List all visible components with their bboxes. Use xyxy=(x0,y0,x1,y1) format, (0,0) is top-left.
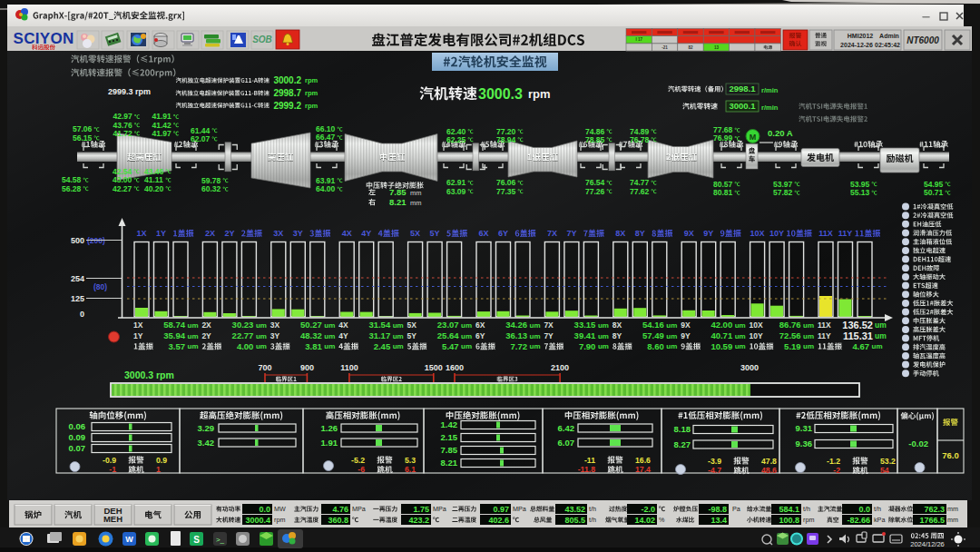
svg-text:43.52: 43.52 xyxy=(564,505,585,514)
svg-text:805.5: 805.5 xyxy=(564,516,585,525)
svg-text:-82.66: -82.66 xyxy=(847,516,870,525)
svg-text:MW: MW xyxy=(274,505,286,513)
svg-text:t/h: t/h xyxy=(874,505,881,513)
svg-text:4.76: 4.76 xyxy=(332,505,348,514)
svg-text:t/h: t/h xyxy=(803,505,810,513)
svg-text:1.75: 1.75 xyxy=(413,505,429,514)
svg-text:mm: mm xyxy=(947,516,958,524)
svg-text:360.8: 360.8 xyxy=(328,516,348,525)
svg-text:13.4: 13.4 xyxy=(710,516,727,525)
svg-text:rpm: rpm xyxy=(803,516,814,524)
svg-text:W: W xyxy=(125,535,133,544)
svg-text:762.3: 762.3 xyxy=(924,505,945,514)
svg-text:Admin: Admin xyxy=(879,33,899,39)
svg-text:MPa: MPa xyxy=(513,505,526,513)
svg-text:%: % xyxy=(659,516,665,524)
svg-text:Pa: Pa xyxy=(732,505,740,513)
svg-text:0.0: 0.0 xyxy=(858,505,870,514)
svg-text:-2.0: -2.0 xyxy=(641,505,655,514)
svg-text:402.6: 402.6 xyxy=(488,516,509,525)
svg-text:MEH: MEH xyxy=(103,514,122,524)
svg-text:I 17: I 17 xyxy=(635,37,642,42)
svg-text:2024/12/26: 2024/12/26 xyxy=(910,540,945,548)
svg-text:HMI2012: HMI2012 xyxy=(848,33,874,39)
svg-text:584.1: 584.1 xyxy=(779,505,799,514)
svg-text:1766.5: 1766.5 xyxy=(919,516,945,525)
svg-text:-21: -21 xyxy=(662,45,668,50)
svg-text:100.8: 100.8 xyxy=(779,516,799,525)
svg-text:NT6000: NT6000 xyxy=(906,35,939,45)
svg-text:MPa: MPa xyxy=(352,505,366,513)
svg-text:13: 13 xyxy=(714,45,720,50)
svg-text:SOB: SOB xyxy=(252,34,272,44)
svg-text:2024-12-26: 2024-12-26 xyxy=(840,42,873,48)
svg-text:S: S xyxy=(193,535,200,545)
svg-text:rpm: rpm xyxy=(274,516,285,524)
svg-text:MPa: MPa xyxy=(433,505,446,513)
svg-text:423.2: 423.2 xyxy=(408,516,429,525)
svg-text:t/h: t/h xyxy=(589,516,596,524)
svg-text:0.97: 0.97 xyxy=(493,505,509,514)
svg-text:02:45:42: 02:45:42 xyxy=(875,42,900,48)
svg-text:kPa: kPa xyxy=(874,516,885,524)
svg-text:0.0: 0.0 xyxy=(259,505,270,514)
svg-text:SCIYON: SCIYON xyxy=(14,30,74,47)
svg-text:-98.8: -98.8 xyxy=(708,505,727,514)
svg-text:14.02: 14.02 xyxy=(634,516,655,525)
svg-text:82: 82 xyxy=(688,45,693,50)
svg-text:mm: mm xyxy=(947,505,958,513)
svg-text:3000.4: 3000.4 xyxy=(245,516,270,525)
svg-text:t/h: t/h xyxy=(589,505,596,513)
svg-text:>_: >_ xyxy=(216,536,225,544)
